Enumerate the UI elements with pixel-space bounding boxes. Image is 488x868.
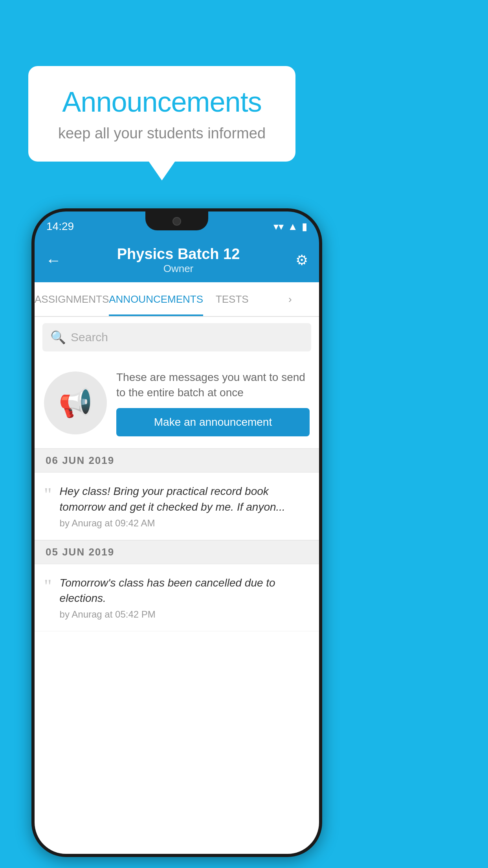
- phone-inner: 14:29 ▾▾ ▲ ▮ ← Physics Batch 12 Owner ⚙ …: [35, 211, 319, 854]
- announcement-item-1: " Hey class! Bring your practical record…: [35, 473, 319, 540]
- speech-bubble: Announcements keep all your students inf…: [28, 66, 295, 162]
- app-bar-center: Physics Batch 12 Owner: [117, 246, 240, 275]
- notch: [145, 211, 208, 230]
- search-bar[interactable]: 🔍 Search: [42, 323, 311, 351]
- announcement-meta-1: by Anurag at 09:42 AM: [60, 518, 310, 529]
- tabs-bar: ASSIGNMENTS ANNOUNCEMENTS TESTS ›: [35, 282, 319, 317]
- signal-icon: ▲: [288, 221, 298, 233]
- camera: [172, 217, 181, 226]
- app-bar: ← Physics Batch 12 Owner ⚙: [35, 238, 319, 282]
- tab-announcements[interactable]: ANNOUNCEMENTS: [109, 282, 203, 316]
- status-time: 14:29: [46, 220, 74, 233]
- search-placeholder: Search: [71, 331, 108, 344]
- wifi-icon: ▾▾: [273, 221, 284, 233]
- app-bar-title: Physics Batch 12: [117, 246, 240, 263]
- announcement-text-block-1: Hey class! Bring your practical record b…: [60, 484, 310, 528]
- phone-frame: 14:29 ▾▾ ▲ ▮ ← Physics Batch 12 Owner ⚙ …: [31, 208, 322, 857]
- screen-content: 🔍 Search 📢 These are messages you want t…: [35, 317, 319, 854]
- speech-bubble-subtitle: keep all your students informed: [52, 125, 272, 142]
- date-separator-2: 05 JUN 2019: [35, 540, 319, 564]
- announcement-message-1: Hey class! Bring your practical record b…: [60, 484, 310, 514]
- status-icons: ▾▾ ▲ ▮: [273, 221, 307, 233]
- tab-more[interactable]: ›: [261, 282, 319, 316]
- announcement-item-2: " Tomorrow's class has been cancelled du…: [35, 564, 319, 631]
- tab-tests[interactable]: TESTS: [203, 282, 261, 316]
- quote-icon-1: ": [44, 485, 52, 504]
- promo-right: These are messages you want to send to t…: [116, 370, 310, 436]
- announcement-meta-2: by Anurag at 05:42 PM: [60, 609, 310, 620]
- quote-icon-2: ": [44, 577, 52, 596]
- promo-description: These are messages you want to send to t…: [116, 370, 310, 400]
- promo-icon-circle: 📢: [44, 371, 107, 434]
- make-announcement-button[interactable]: Make an announcement: [116, 408, 310, 436]
- search-icon: 🔍: [50, 330, 66, 345]
- search-bar-container: 🔍 Search: [35, 317, 319, 358]
- speech-bubble-title: Announcements: [52, 86, 272, 118]
- announcement-promo: 📢 These are messages you want to send to…: [35, 358, 319, 449]
- announcement-text-block-2: Tomorrow's class has been cancelled due …: [60, 575, 310, 620]
- settings-button[interactable]: ⚙: [295, 252, 308, 268]
- battery-icon: ▮: [302, 221, 307, 233]
- app-bar-subtitle: Owner: [117, 263, 240, 275]
- date-separator-1: 06 JUN 2019: [35, 449, 319, 473]
- tab-assignments[interactable]: ASSIGNMENTS: [35, 282, 109, 316]
- megaphone-icon: 📢: [59, 387, 93, 419]
- back-button[interactable]: ←: [46, 252, 61, 269]
- announcement-message-2: Tomorrow's class has been cancelled due …: [60, 575, 310, 606]
